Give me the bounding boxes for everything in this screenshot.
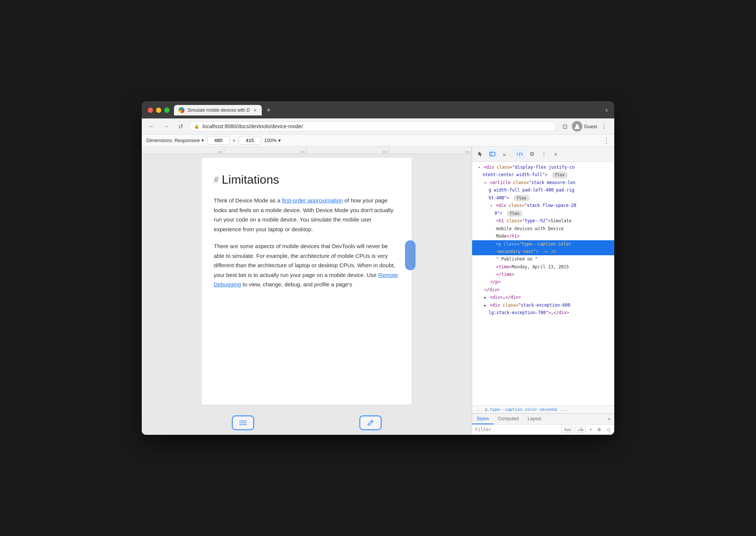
html-element-h1-end[interactable]: Mode</h1> [472, 232, 614, 240]
article-paragraph-1: Think of Device Mode as a first-order ap… [214, 196, 400, 234]
tab-layout[interactable]: Layout [523, 414, 546, 424]
first-order-link[interactable]: first-order approximation [282, 197, 343, 204]
tab-menu-icon[interactable]: ∨ [605, 108, 608, 113]
toolbar-separator [512, 150, 512, 158]
styles-tabs: Styles Computed Layout » [472, 414, 614, 425]
article-card: # Limitations Think of Device Mode as a … [202, 158, 412, 405]
zoom-label: 100% [264, 138, 276, 143]
bottom-menu-button[interactable] [232, 415, 254, 430]
device-mode-button[interactable] [487, 149, 498, 159]
expand-icon [484, 180, 487, 185]
tab-close-icon[interactable]: × [253, 107, 257, 113]
device-toolbar-more-icon[interactable]: ⋮ [603, 136, 610, 145]
desktop-mode-button[interactable]: ⊡ [559, 121, 570, 132]
html-element-h1-cont[interactable]: mobile devices with Device [472, 225, 614, 232]
style-sheet-button[interactable]: ⊕ [596, 426, 603, 433]
html-element-div-stack[interactable]: <div class="stack flow-space-20 [472, 202, 614, 209]
devtools-more-icon: ⋮ [541, 151, 547, 157]
html-element-article-cont[interactable]: g width-full pad-left-400 pad-rig [472, 186, 614, 194]
minimize-window-button[interactable] [156, 108, 161, 113]
width-input[interactable] [207, 136, 230, 145]
tab-computed[interactable]: Computed [494, 414, 523, 424]
expand-icon [484, 302, 487, 308]
devtools-toolbar: » ⚙ ⋮ × [472, 147, 614, 162]
svg-rect-5 [490, 152, 495, 156]
html-element-div-collapsed[interactable]: <div>…</div> [472, 293, 614, 301]
address-bar[interactable]: 🔒 localhost:8080/docs/devtools/device-mo… [189, 121, 556, 131]
scrollbar-lines [408, 254, 412, 257]
breadcrumb-ellipsis: ... [475, 407, 483, 412]
html-element-div-flex-cont[interactable]: ntent-center width-full"> flex [472, 171, 614, 179]
expand-icon [478, 165, 481, 170]
dimension-separator: × [232, 138, 236, 144]
reload-button[interactable]: ↺ [175, 121, 186, 132]
maximize-window-button[interactable] [164, 108, 170, 113]
more-panels-button[interactable]: » [499, 149, 510, 159]
browser-menu-button[interactable]: ⋮ [598, 121, 610, 132]
toggle-sidebar-button[interactable]: ◁ [605, 426, 611, 433]
zoom-button[interactable]: 100% ▾ [264, 138, 280, 143]
device-toolbar: Dimensions: Responsive ▾ × 100% ▾ ⋮ [142, 135, 614, 147]
html-element-div-stack-exception[interactable]: <div class="stack-exception-600 [472, 301, 614, 309]
page-area: 100 200 300 400 # Limitations Think of D… [142, 147, 472, 435]
user-label: Guest [584, 124, 597, 129]
article-title: Limitations [222, 173, 279, 187]
hov-button[interactable]: :hov [561, 427, 574, 433]
breadcrumb-current[interactable]: p.type--caption.color-seconda [485, 407, 557, 412]
dimensions-label: Dimensions: Responsive [146, 138, 200, 143]
html-element-time[interactable]: <time>Monday, April 13, 2015 [472, 263, 614, 271]
browser-tab[interactable]: Simulate mobile devices with D × [174, 105, 262, 115]
back-button[interactable]: ← [146, 121, 158, 132]
expand-icon [484, 295, 487, 300]
scrollbar-line-1 [408, 254, 412, 255]
html-element-div-stack-exception-cont[interactable]: lg:stack-exception-700">…</div> [472, 309, 614, 316]
flex-badge-3: flex [507, 210, 523, 217]
user-avatar [572, 121, 582, 132]
height-input[interactable] [238, 136, 261, 145]
expand-icon [490, 203, 493, 208]
html-element-h1[interactable]: <h1 class="type--h2">Simulate [472, 217, 614, 225]
filter-input[interactable] [475, 427, 559, 432]
styles-tab-more-icon[interactable]: » [604, 414, 614, 424]
devtools-elements[interactable]: <div class="display-flex justify-co nten… [472, 162, 614, 406]
devtools-breadcrumb: ... p.type--caption.color-seconda ... [472, 406, 614, 413]
html-element-div-stack-cont[interactable]: 0"> flex [472, 210, 614, 217]
svg-line-7 [519, 152, 520, 156]
pointer-tool-button[interactable] [475, 149, 486, 159]
html-element-p-selected[interactable]: <p class="type--caption color [472, 240, 614, 248]
settings-icon: ⚙ [530, 151, 534, 157]
add-style-button[interactable]: + [588, 426, 594, 433]
devtools-more-button[interactable]: ⋮ [538, 149, 549, 159]
bottom-edit-button[interactable] [359, 415, 382, 430]
cls-button[interactable]: .cls [575, 427, 586, 433]
elements-panel-button[interactable] [514, 149, 525, 159]
html-element-time-end[interactable]: </time> [472, 271, 614, 278]
html-text-published[interactable]: " Published on " [472, 255, 614, 263]
devtools-styles: Styles Computed Layout » :hov .cls + ⊕ ◁ [472, 413, 614, 435]
bottom-toolbar-area [142, 412, 472, 435]
tab-styles[interactable]: Styles [472, 414, 494, 424]
window-controls [148, 108, 170, 113]
scrollbar-line-2 [408, 256, 412, 257]
heading-hash: # [214, 175, 219, 184]
forward-button[interactable]: → [160, 121, 172, 132]
scrollbar-handle[interactable] [405, 240, 416, 270]
new-tab-button[interactable]: + [263, 105, 274, 115]
device-selector[interactable]: Dimensions: Responsive ▾ [146, 138, 204, 143]
dollar-zero: == $0 [543, 249, 556, 254]
svg-point-0 [576, 124, 579, 127]
article-heading: # Limitations [214, 173, 400, 187]
nav-right-controls: ⊡ Guest ⋮ [559, 121, 610, 132]
html-element-p-cont[interactable]: -secondary-text"> == $0 [472, 248, 614, 255]
html-element-article-cont2[interactable]: ht-400"> flex [472, 194, 614, 202]
devtools-close-button[interactable]: × [550, 149, 561, 159]
devtools-close-icon: × [554, 151, 558, 157]
close-window-button[interactable] [148, 108, 153, 113]
chrome-favicon [178, 107, 184, 113]
html-element-div-end[interactable]: </div> [472, 286, 614, 293]
html-element-article[interactable]: <article class="stack measure-lon [472, 179, 614, 186]
html-element-p-end[interactable]: </p> [472, 278, 614, 286]
devtools-panel: » ⚙ ⋮ × [472, 147, 614, 435]
settings-button[interactable]: ⚙ [526, 149, 537, 159]
html-element-div-flex[interactable]: <div class="display-flex justify-co [472, 163, 614, 171]
